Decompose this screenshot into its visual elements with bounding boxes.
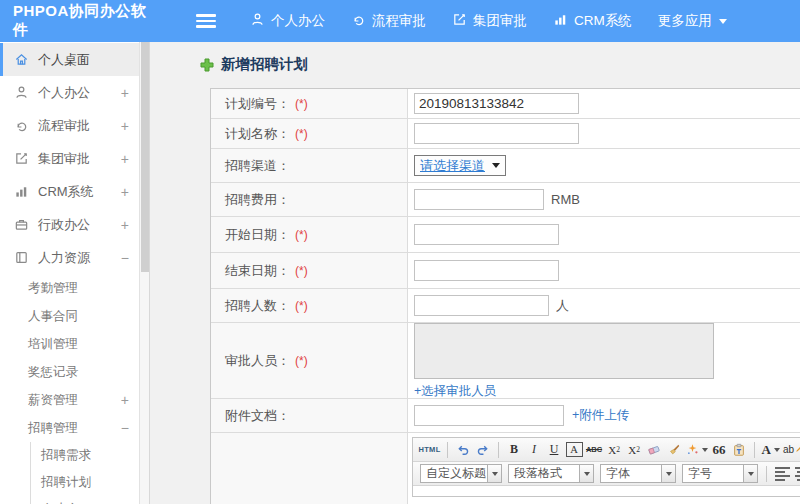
top-nav: 个人办公 流程审批 集团审批 CRM系统 更多应用 — [250, 12, 753, 30]
nav-item-workflow-approval[interactable]: 流程审批 — [351, 12, 426, 30]
sidebar: 个人桌面 个人办公 + 流程审批 + 集团审批 + CRM系统 + 行政办公 + — [0, 42, 150, 504]
sidebar-item-crm[interactable]: CRM系统 + — [0, 175, 149, 208]
format-painter-icon[interactable] — [686, 440, 708, 459]
required-mark: (*) — [295, 299, 308, 313]
align-left-icon[interactable] — [774, 464, 791, 483]
sidebar-item-attendance[interactable]: 考勤管理 — [0, 274, 149, 302]
bar-chart-icon — [14, 184, 29, 199]
font-size-dropdown[interactable]: 字号 — [682, 464, 758, 483]
nav-item-more-apps[interactable]: 更多应用 — [658, 12, 727, 30]
sidebar-item-desktop[interactable]: 个人桌面 — [0, 43, 149, 76]
nav-item-crm[interactable]: CRM系统 — [553, 12, 632, 30]
paste-icon[interactable] — [731, 440, 748, 459]
form-row-plan-number: 计划编号：(*) — [211, 89, 800, 119]
highlight-color-button[interactable]: ab — [783, 440, 800, 459]
sidebar-item-salary[interactable]: 薪资管理 + — [0, 386, 149, 414]
approver-textarea[interactable] — [414, 323, 714, 379]
nav-item-personal-office[interactable]: 个人办公 — [250, 12, 325, 30]
collapse-minus-icon[interactable]: − — [121, 420, 129, 436]
field-label: 审批人员： — [225, 352, 290, 370]
nav-item-group-approval[interactable]: 集团审批 — [452, 12, 527, 30]
expand-plus-icon[interactable]: + — [121, 151, 129, 167]
italic-button[interactable]: I — [526, 440, 543, 459]
collapse-minus-icon[interactable]: − — [121, 250, 129, 266]
book-icon — [14, 250, 29, 265]
headcount-input[interactable] — [414, 295, 549, 316]
sidebar-item-training[interactable]: 培训管理 — [0, 330, 149, 358]
sidebar-item-recruit-demand[interactable]: 招聘需求 — [31, 442, 149, 469]
hamburger-menu-icon[interactable] — [196, 14, 216, 28]
sidebar-scrollbar[interactable] — [139, 42, 149, 504]
app-logo: PHPOA协同办公软件 — [0, 2, 150, 40]
subscript-button[interactable]: X2 — [626, 440, 643, 459]
field-label: 开始日期： — [225, 226, 290, 244]
blockquote-button[interactable]: 66 — [711, 440, 728, 459]
form-row-headcount: 招聘人数：(*) 人 — [211, 289, 800, 323]
expand-plus-icon[interactable]: + — [121, 392, 129, 408]
sidebar-item-hr-contract[interactable]: 人事合同 — [0, 302, 149, 330]
headcount-unit: 人 — [556, 297, 569, 315]
redo-icon[interactable] — [475, 440, 492, 459]
sidebar-item-workflow-approval[interactable]: 流程审批 + — [0, 109, 149, 142]
dropdown-caret-icon — [580, 464, 594, 483]
sidebar-item-personal-office[interactable]: 个人办公 + — [0, 76, 149, 109]
required-mark: (*) — [295, 228, 308, 242]
expand-plus-icon[interactable]: + — [121, 184, 129, 200]
dropdown-caret-icon — [662, 464, 676, 483]
source-code-button[interactable]: HTML — [419, 440, 441, 459]
paragraph-format-dropdown[interactable]: 段落格式 — [508, 464, 594, 483]
main-content: 新增招聘计划 计划编号：(*) 计划名称：(*) 招聘渠道： 请选择渠道 招聘费… — [150, 42, 800, 504]
required-mark: (*) — [295, 354, 308, 368]
edit-icon — [452, 12, 473, 30]
field-label: 招聘人数： — [225, 297, 290, 315]
start-date-input[interactable] — [414, 224, 559, 245]
strikethrough-button[interactable]: ABC — [586, 440, 603, 459]
fee-input[interactable] — [414, 189, 544, 210]
sidebar-item-group-approval[interactable]: 集团审批 + — [0, 142, 149, 175]
expand-plus-icon[interactable]: + — [121, 118, 129, 134]
briefcase-icon — [14, 217, 29, 232]
attachment-input[interactable] — [414, 405, 564, 426]
editor-content-area[interactable] — [413, 486, 800, 496]
font-color-button[interactable]: A — [762, 440, 780, 459]
scrollbar-thumb[interactable] — [141, 42, 149, 272]
eraser-icon[interactable] — [646, 440, 663, 459]
format-brush-icon[interactable] — [666, 440, 683, 459]
form-row-fee: 招聘费用： RMB — [211, 183, 800, 217]
sidebar-item-recruit-mgmt[interactable]: 招聘管理 − — [0, 414, 149, 442]
align-center-icon[interactable] — [794, 464, 800, 483]
field-label: 计划名称： — [225, 125, 290, 143]
dropdown-caret-icon — [774, 448, 780, 455]
expand-plus-icon[interactable]: + — [121, 217, 129, 233]
superscript-button[interactable]: X2 — [606, 440, 623, 459]
required-mark: (*) — [295, 264, 308, 278]
sidebar-item-recruit-plan[interactable]: 招聘计划 — [31, 469, 149, 496]
font-family-dropdown[interactable]: 字体 — [600, 464, 676, 483]
underline-button[interactable]: U — [546, 440, 563, 459]
bold-button[interactable]: B — [506, 440, 523, 459]
editor-toolbar-row2: 自定义标题 段落格式 字体 字号 — [413, 462, 800, 486]
field-label: 结束日期： — [225, 262, 290, 280]
field-label: 招聘渠道： — [225, 157, 290, 175]
attachment-upload-link[interactable]: +附件上传 — [572, 407, 629, 424]
form-row-content-editor: HTML B I U A ABC X2 X2 — [211, 433, 800, 504]
fee-unit: RMB — [551, 192, 580, 207]
sidebar-item-reward-punishment[interactable]: 奖惩记录 — [0, 358, 149, 386]
end-date-input[interactable] — [414, 260, 559, 281]
edit-icon — [14, 151, 29, 166]
choose-approver-link[interactable]: +选择审批人员 — [414, 383, 714, 400]
plan-number-input[interactable] — [414, 93, 579, 114]
user-icon — [250, 12, 271, 30]
form-row-attachment: 附件文档： +附件上传 — [211, 399, 800, 433]
flow-arrow-icon — [351, 12, 372, 30]
sidebar-item-admin-office[interactable]: 行政办公 + — [0, 208, 149, 241]
channel-select[interactable]: 请选择渠道 — [414, 155, 506, 176]
plan-name-input[interactable] — [414, 123, 579, 144]
sidebar-item-talent-pool[interactable]: 人才库 — [31, 496, 149, 504]
custom-title-dropdown[interactable]: 自定义标题 — [420, 464, 502, 483]
undo-icon[interactable] — [455, 440, 472, 459]
font-border-button[interactable]: A — [566, 442, 583, 457]
expand-plus-icon[interactable]: + — [121, 85, 129, 101]
sidebar-item-hr[interactable]: 人力资源 − — [0, 241, 149, 274]
rich-text-editor: HTML B I U A ABC X2 X2 — [412, 437, 800, 497]
